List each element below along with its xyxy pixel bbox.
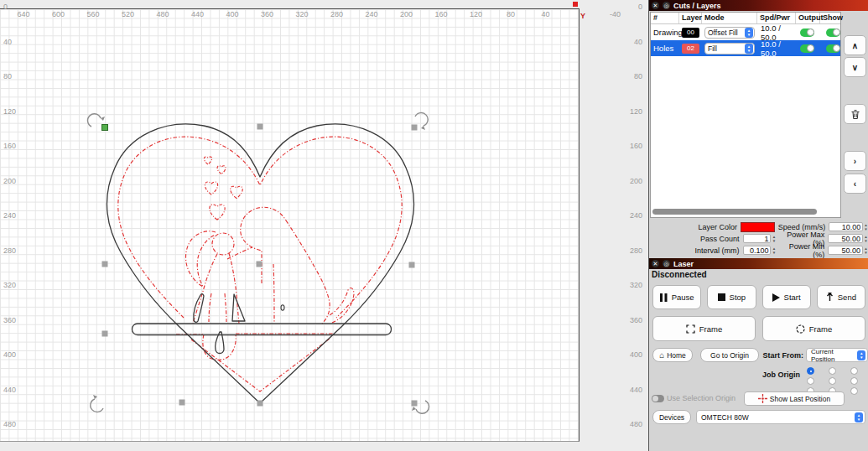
small-heart-path[interactable] [204, 157, 211, 164]
speed-input[interactable]: 10.00 [829, 222, 863, 231]
interval-input[interactable]: 0.100 [743, 246, 772, 255]
small-heart-path[interactable] [205, 182, 217, 194]
mode-dropdown[interactable]: Offset Fill ▲▼ [704, 27, 755, 39]
devices-dropdown[interactable]: OMTECH 80W ▲▼ [696, 410, 865, 424]
holes-layer-path[interactable] [225, 293, 226, 322]
job-origin-radio[interactable] [829, 377, 836, 385]
small-heart-path[interactable] [217, 166, 226, 174]
close-icon[interactable]: ✕ [652, 260, 659, 267]
job-origin-radio[interactable] [807, 367, 814, 375]
play-icon [772, 293, 780, 302]
frame-rect-button[interactable]: Frame [652, 316, 756, 341]
show-last-position-button[interactable]: Show Last Position [744, 391, 845, 406]
output-toggle[interactable] [800, 29, 814, 37]
mode-dropdown[interactable]: Fill ▲▼ [704, 43, 755, 54]
layer-list[interactable]: # Layer Mode Spd/Pwr Output Show Drawing… [650, 12, 841, 218]
dropdown-stepper-icon[interactable]: ▲▼ [745, 28, 753, 38]
use-selection-origin-toggle[interactable] [652, 395, 664, 402]
job-origin-radio[interactable] [829, 367, 836, 375]
holes-layer-path[interactable] [286, 220, 330, 324]
holes-layer-path[interactable] [191, 339, 330, 391]
lightburn-window: 6406005605204804404003603202802402001601… [0, 0, 868, 451]
job-origin-radio[interactable] [850, 367, 858, 375]
holes-layer-path[interactable] [227, 247, 252, 259]
pause-button[interactable]: Pause [652, 285, 701, 309]
holes-layer-path[interactable] [203, 334, 236, 360]
holes-layer-path[interactable] [193, 254, 217, 324]
selection-handle[interactable] [409, 262, 415, 268]
close-icon[interactable]: ✕ [652, 2, 659, 9]
artwork-svg[interactable]: Y [0, 0, 648, 451]
send-button[interactable]: Send [817, 285, 865, 309]
selection-handle[interactable] [179, 400, 185, 406]
detach-icon[interactable]: ◎ [663, 260, 670, 267]
show-toggle[interactable] [826, 44, 840, 53]
layer-color-swatch[interactable] [741, 222, 775, 232]
layer-color-chip[interactable]: 02 [682, 44, 699, 54]
design-canvas[interactable]: 6406005605204804404003603202802402001601… [0, 0, 648, 451]
panel-right-button[interactable]: › [844, 151, 866, 171]
speed-stepper[interactable]: ▲▼ [863, 222, 868, 232]
selection-handle[interactable] [102, 331, 108, 337]
job-origin-radio[interactable] [807, 377, 814, 385]
selection-handle[interactable] [412, 401, 418, 407]
selection-handle[interactable] [257, 401, 263, 407]
crosshair-icon [758, 394, 767, 403]
start-from-label: Start From: [761, 351, 803, 360]
power-max-stepper[interactable]: ▲▼ [863, 234, 868, 244]
power-min-stepper[interactable]: ▲▼ [863, 246, 868, 256]
holes-layer-path[interactable] [241, 207, 286, 283]
holes-layer-path[interactable] [186, 231, 216, 287]
selection-handle-active[interactable] [102, 125, 108, 131]
horizontal-scrollbar[interactable] [652, 209, 817, 215]
pause-icon [660, 293, 668, 302]
layer-row-holes[interactable]: Holes 02 Fill ▲▼ 10.0 / 50.0 [651, 40, 840, 56]
trash-icon [850, 109, 860, 120]
holes-layer-path[interactable] [273, 264, 274, 323]
dropdown-stepper-icon[interactable]: ▲▼ [745, 44, 753, 54]
interval-stepper[interactable]: ▲▼ [771, 246, 777, 256]
devices-button[interactable]: Devices [652, 410, 691, 424]
detach-icon[interactable]: ◎ [663, 2, 670, 9]
drawing-layer-path[interactable] [232, 294, 245, 321]
output-toggle[interactable] [800, 44, 814, 53]
frame-rect-icon [686, 324, 695, 334]
show-toggle[interactable] [826, 29, 840, 37]
layer-row-drawing[interactable]: Drawing 00 Offset Fill ▲▼ 10.0 / 50.0 [651, 24, 840, 40]
holes-layer-path[interactable] [229, 253, 239, 324]
selection-handle[interactable] [257, 262, 262, 267]
home-button[interactable]: ⌂ Home [652, 348, 693, 362]
pass-count-stepper[interactable]: ▲▼ [771, 234, 777, 244]
delete-layer-button[interactable] [844, 104, 866, 124]
layer-color-chip[interactable]: 00 [682, 28, 699, 38]
col-num: # [651, 13, 679, 23]
small-heart-path[interactable] [231, 186, 242, 198]
holes-layer-path[interactable] [209, 293, 211, 322]
small-heart-path[interactable] [210, 205, 225, 220]
job-origin-radio[interactable] [850, 387, 858, 395]
job-origin-radio[interactable] [850, 377, 858, 385]
selection-handle[interactable] [102, 262, 108, 267]
start-button[interactable]: Start [762, 285, 811, 309]
cuts-layers-titlebar: ✕ ◎ Cuts / Layers [649, 0, 868, 11]
machine-origin-marker [573, 2, 578, 7]
drawing-layer-path[interactable] [194, 294, 204, 323]
frame-rubber-band-button[interactable]: Frame [762, 316, 865, 341]
power-min-input[interactable]: 50.00 [828, 246, 863, 255]
selection-handle[interactable] [412, 125, 418, 131]
power-max-input[interactable]: 50.00 [828, 234, 863, 243]
panel-left-button[interactable]: ‹ [844, 174, 866, 194]
start-from-dropdown[interactable]: Current Position ▲▼ [806, 348, 868, 362]
pass-count-input[interactable]: 1 [743, 234, 772, 243]
goto-origin-button[interactable]: Go to Origin [700, 348, 759, 362]
holes-layer-ellipse[interactable] [212, 233, 234, 255]
move-layer-down-button[interactable]: ∨ [844, 57, 866, 77]
drawing-layer-ellipse[interactable] [281, 305, 284, 310]
selection-handle[interactable] [257, 124, 263, 130]
job-origin-label: Job Origin [733, 371, 800, 379]
holes-layer-path[interactable] [118, 137, 402, 318]
move-layer-up-button[interactable]: ∧ [844, 35, 866, 55]
rotate-handle-icon[interactable] [91, 395, 103, 412]
stop-button[interactable]: Stop [707, 285, 756, 309]
layer-list-buttons: ∧ ∨ › ‹ [841, 12, 868, 218]
